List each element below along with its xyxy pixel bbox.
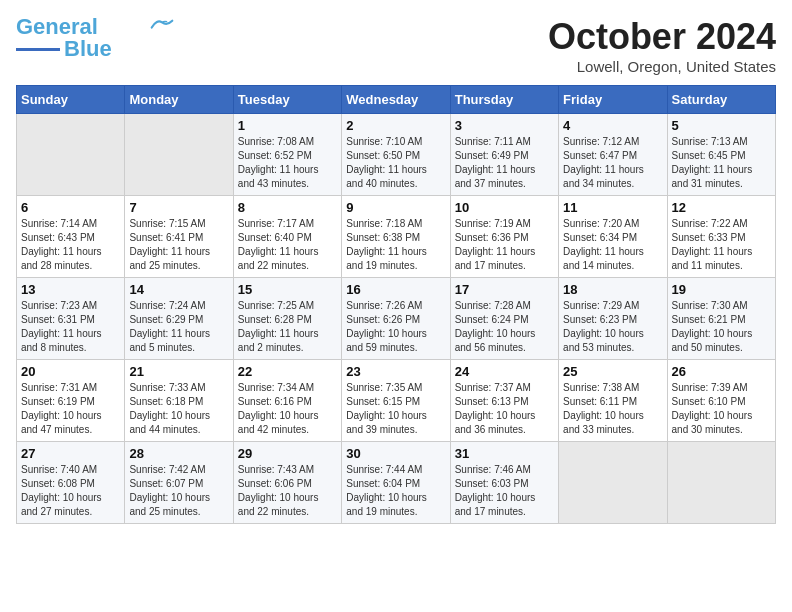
calendar-cell	[667, 442, 775, 524]
day-number: 11	[563, 200, 662, 215]
calendar-cell: 26Sunrise: 7:39 AMSunset: 6:10 PMDayligh…	[667, 360, 775, 442]
day-info: Sunrise: 7:12 AMSunset: 6:47 PMDaylight:…	[563, 135, 662, 191]
day-number: 6	[21, 200, 120, 215]
weekday-header-sunday: Sunday	[17, 86, 125, 114]
calendar-cell: 16Sunrise: 7:26 AMSunset: 6:26 PMDayligh…	[342, 278, 450, 360]
weekday-header-wednesday: Wednesday	[342, 86, 450, 114]
day-number: 26	[672, 364, 771, 379]
day-number: 3	[455, 118, 554, 133]
calendar-cell: 4Sunrise: 7:12 AMSunset: 6:47 PMDaylight…	[559, 114, 667, 196]
calendar-cell: 9Sunrise: 7:18 AMSunset: 6:38 PMDaylight…	[342, 196, 450, 278]
day-info: Sunrise: 7:11 AMSunset: 6:49 PMDaylight:…	[455, 135, 554, 191]
title-block: October 2024 Lowell, Oregon, United Stat…	[548, 16, 776, 75]
calendar-week-row: 13Sunrise: 7:23 AMSunset: 6:31 PMDayligh…	[17, 278, 776, 360]
weekday-header-saturday: Saturday	[667, 86, 775, 114]
day-number: 7	[129, 200, 228, 215]
calendar-cell	[17, 114, 125, 196]
day-number: 30	[346, 446, 445, 461]
calendar-cell: 21Sunrise: 7:33 AMSunset: 6:18 PMDayligh…	[125, 360, 233, 442]
day-info: Sunrise: 7:44 AMSunset: 6:04 PMDaylight:…	[346, 463, 445, 519]
day-info: Sunrise: 7:42 AMSunset: 6:07 PMDaylight:…	[129, 463, 228, 519]
day-info: Sunrise: 7:33 AMSunset: 6:18 PMDaylight:…	[129, 381, 228, 437]
calendar-cell: 5Sunrise: 7:13 AMSunset: 6:45 PMDaylight…	[667, 114, 775, 196]
day-info: Sunrise: 7:29 AMSunset: 6:23 PMDaylight:…	[563, 299, 662, 355]
calendar-cell: 3Sunrise: 7:11 AMSunset: 6:49 PMDaylight…	[450, 114, 558, 196]
logo-text: General	[16, 16, 98, 38]
calendar-cell: 6Sunrise: 7:14 AMSunset: 6:43 PMDaylight…	[17, 196, 125, 278]
calendar-cell: 7Sunrise: 7:15 AMSunset: 6:41 PMDaylight…	[125, 196, 233, 278]
calendar-cell	[559, 442, 667, 524]
day-number: 22	[238, 364, 337, 379]
weekday-header-monday: Monday	[125, 86, 233, 114]
calendar-cell: 29Sunrise: 7:43 AMSunset: 6:06 PMDayligh…	[233, 442, 341, 524]
calendar-cell: 8Sunrise: 7:17 AMSunset: 6:40 PMDaylight…	[233, 196, 341, 278]
calendar-cell: 25Sunrise: 7:38 AMSunset: 6:11 PMDayligh…	[559, 360, 667, 442]
day-number: 27	[21, 446, 120, 461]
day-number: 29	[238, 446, 337, 461]
day-number: 13	[21, 282, 120, 297]
day-number: 17	[455, 282, 554, 297]
day-number: 20	[21, 364, 120, 379]
day-number: 15	[238, 282, 337, 297]
day-number: 10	[455, 200, 554, 215]
day-info: Sunrise: 7:43 AMSunset: 6:06 PMDaylight:…	[238, 463, 337, 519]
day-number: 8	[238, 200, 337, 215]
day-number: 2	[346, 118, 445, 133]
day-info: Sunrise: 7:28 AMSunset: 6:24 PMDaylight:…	[455, 299, 554, 355]
calendar-cell: 12Sunrise: 7:22 AMSunset: 6:33 PMDayligh…	[667, 196, 775, 278]
day-info: Sunrise: 7:19 AMSunset: 6:36 PMDaylight:…	[455, 217, 554, 273]
day-number: 5	[672, 118, 771, 133]
calendar-cell: 18Sunrise: 7:29 AMSunset: 6:23 PMDayligh…	[559, 278, 667, 360]
calendar-cell: 10Sunrise: 7:19 AMSunset: 6:36 PMDayligh…	[450, 196, 558, 278]
calendar-cell: 24Sunrise: 7:37 AMSunset: 6:13 PMDayligh…	[450, 360, 558, 442]
day-info: Sunrise: 7:13 AMSunset: 6:45 PMDaylight:…	[672, 135, 771, 191]
day-info: Sunrise: 7:14 AMSunset: 6:43 PMDaylight:…	[21, 217, 120, 273]
day-number: 31	[455, 446, 554, 461]
day-number: 9	[346, 200, 445, 215]
day-info: Sunrise: 7:30 AMSunset: 6:21 PMDaylight:…	[672, 299, 771, 355]
calendar-week-row: 6Sunrise: 7:14 AMSunset: 6:43 PMDaylight…	[17, 196, 776, 278]
page-header: General Blue October 2024 Lowell, Oregon…	[16, 16, 776, 75]
logo-blue: Blue	[64, 36, 112, 62]
weekday-header-thursday: Thursday	[450, 86, 558, 114]
day-number: 1	[238, 118, 337, 133]
calendar-week-row: 20Sunrise: 7:31 AMSunset: 6:19 PMDayligh…	[17, 360, 776, 442]
day-number: 25	[563, 364, 662, 379]
day-number: 19	[672, 282, 771, 297]
day-info: Sunrise: 7:15 AMSunset: 6:41 PMDaylight:…	[129, 217, 228, 273]
day-info: Sunrise: 7:17 AMSunset: 6:40 PMDaylight:…	[238, 217, 337, 273]
day-number: 23	[346, 364, 445, 379]
day-info: Sunrise: 7:24 AMSunset: 6:29 PMDaylight:…	[129, 299, 228, 355]
calendar-week-row: 1Sunrise: 7:08 AMSunset: 6:52 PMDaylight…	[17, 114, 776, 196]
calendar-cell: 14Sunrise: 7:24 AMSunset: 6:29 PMDayligh…	[125, 278, 233, 360]
location: Lowell, Oregon, United States	[548, 58, 776, 75]
calendar-cell: 31Sunrise: 7:46 AMSunset: 6:03 PMDayligh…	[450, 442, 558, 524]
day-info: Sunrise: 7:26 AMSunset: 6:26 PMDaylight:…	[346, 299, 445, 355]
calendar-cell: 23Sunrise: 7:35 AMSunset: 6:15 PMDayligh…	[342, 360, 450, 442]
day-number: 12	[672, 200, 771, 215]
calendar-cell: 19Sunrise: 7:30 AMSunset: 6:21 PMDayligh…	[667, 278, 775, 360]
calendar-cell: 2Sunrise: 7:10 AMSunset: 6:50 PMDaylight…	[342, 114, 450, 196]
calendar-cell: 17Sunrise: 7:28 AMSunset: 6:24 PMDayligh…	[450, 278, 558, 360]
day-info: Sunrise: 7:10 AMSunset: 6:50 PMDaylight:…	[346, 135, 445, 191]
logo: General Blue	[16, 16, 174, 62]
calendar-cell: 28Sunrise: 7:42 AMSunset: 6:07 PMDayligh…	[125, 442, 233, 524]
calendar-cell	[125, 114, 233, 196]
calendar-cell: 27Sunrise: 7:40 AMSunset: 6:08 PMDayligh…	[17, 442, 125, 524]
month-title: October 2024	[548, 16, 776, 58]
day-info: Sunrise: 7:39 AMSunset: 6:10 PMDaylight:…	[672, 381, 771, 437]
day-info: Sunrise: 7:35 AMSunset: 6:15 PMDaylight:…	[346, 381, 445, 437]
day-info: Sunrise: 7:22 AMSunset: 6:33 PMDaylight:…	[672, 217, 771, 273]
day-info: Sunrise: 7:37 AMSunset: 6:13 PMDaylight:…	[455, 381, 554, 437]
day-number: 16	[346, 282, 445, 297]
day-info: Sunrise: 7:25 AMSunset: 6:28 PMDaylight:…	[238, 299, 337, 355]
day-info: Sunrise: 7:46 AMSunset: 6:03 PMDaylight:…	[455, 463, 554, 519]
calendar-cell: 13Sunrise: 7:23 AMSunset: 6:31 PMDayligh…	[17, 278, 125, 360]
day-info: Sunrise: 7:38 AMSunset: 6:11 PMDaylight:…	[563, 381, 662, 437]
calendar-cell: 1Sunrise: 7:08 AMSunset: 6:52 PMDaylight…	[233, 114, 341, 196]
logo-bird-icon	[150, 17, 174, 33]
calendar-cell: 20Sunrise: 7:31 AMSunset: 6:19 PMDayligh…	[17, 360, 125, 442]
day-number: 4	[563, 118, 662, 133]
calendar-table: SundayMondayTuesdayWednesdayThursdayFrid…	[16, 85, 776, 524]
day-number: 14	[129, 282, 228, 297]
